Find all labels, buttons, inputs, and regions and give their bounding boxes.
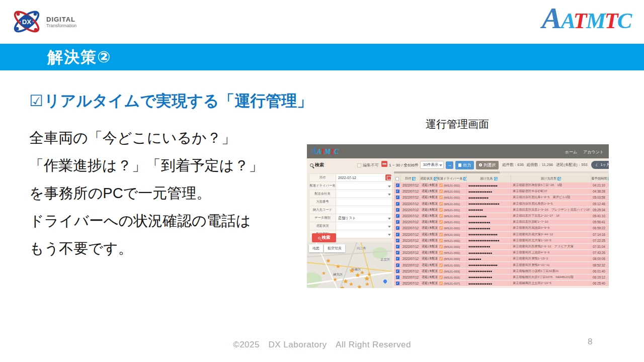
field-input[interactable]: 2022-07-12 — [336, 174, 392, 182]
next-page-button[interactable]: → — [446, 161, 453, 169]
row-checkbox[interactable]: ✓ — [396, 226, 399, 230]
edit-lock: 編集不可 — [357, 162, 379, 168]
edit-pencil-icon[interactable] — [439, 263, 443, 267]
table-row[interactable]: ✓2022/07/12遅延(未配達)(MSJ1-001)■■■■■■■■■■■■… — [394, 183, 609, 189]
row-checkbox[interactable]: ✓ — [396, 220, 399, 224]
column-header[interactable]: 日付 — [401, 174, 420, 183]
edit-pencil-icon[interactable] — [439, 190, 443, 193]
table-row[interactable]: ✓2022/07/12遅延(未配達)(MSJ1-007)■■■■■■■■■■■■… — [394, 281, 609, 287]
row-checkbox[interactable]: ✓ — [396, 214, 399, 218]
table-row[interactable]: ✓2022/07/12遅延(未配達)(MSJ1-002)■■■■■■■東京都豊島… — [394, 256, 609, 262]
table-row[interactable]: ✓2022/07/12遅延(未配達)(MSJ1-001)■■■■■■■■■■■■… — [394, 189, 609, 195]
column-search-icon[interactable] — [494, 177, 498, 180]
edit-pencil-icon[interactable] — [439, 276, 443, 279]
cell-destination-name: ■■■■■■■■■■■■■■■■ — [467, 183, 511, 188]
field-input[interactable] — [336, 206, 392, 214]
column-header[interactable]: 届け先住所 — [511, 174, 591, 183]
field-select[interactable] — [336, 190, 392, 198]
row-checkbox[interactable]: ✓ — [396, 282, 399, 285]
row-checkbox[interactable]: ✓ — [396, 276, 399, 279]
edit-pencil-icon[interactable] — [439, 184, 443, 187]
row-checkbox[interactable]: ✓ — [396, 202, 399, 206]
table-row[interactable]: ✓2022/07/12遅延(未配達)(MSJ1-002)■■■■■■■■■■■■… — [394, 225, 609, 231]
atmtc-letter: M — [586, 9, 605, 33]
edit-pencil-icon[interactable] — [439, 202, 443, 206]
table-row[interactable]: ✓2022/07/12遅延(未配達)(MSJ1-003)■■■■■■■■■■■■… — [394, 275, 609, 281]
table-row[interactable]: ✓2022/07/12遅延(未配達)(MSJ1-003)■■■■■■■■■■■■… — [394, 268, 609, 275]
table-row[interactable]: ✓2022/07/12遅延(未配達)(MSJ1-002)■■■■■■■■■■■■… — [394, 262, 609, 268]
field-select[interactable]: 店舗リスト — [336, 214, 392, 222]
search-button[interactable]: 検索 — [312, 233, 336, 242]
page-number: 8 — [588, 337, 592, 347]
field-select[interactable] — [336, 230, 392, 238]
edit-pencil-icon[interactable] — [439, 257, 443, 260]
export-button[interactable]: 出力 — [455, 161, 474, 169]
map-type-button[interactable]: 航空写真 — [324, 244, 345, 252]
row-checkbox[interactable]: ✓ — [396, 263, 399, 267]
row-checkbox[interactable]: ✓ — [396, 233, 399, 236]
row-checkbox[interactable]: ✓ — [396, 251, 399, 254]
table-row[interactable]: ✓2022/07/12遅延(未配達)(MSJ1-002)■■■■■■■■■■■■… — [394, 232, 609, 238]
edit-pencil-icon[interactable] — [439, 282, 443, 285]
table-row[interactable]: ✓2022/07/12遅延(未配達)(MSJ1-001)■■■■■■■■東京都目… — [394, 207, 609, 213]
edit-pencil-icon[interactable] — [439, 251, 443, 254]
column-search-icon[interactable] — [434, 177, 437, 180]
field-input[interactable] — [336, 198, 392, 206]
cell-destination-name: ■■■■■■■ — [467, 256, 511, 261]
field-select[interactable] — [336, 182, 392, 190]
scrollbar-handle[interactable] — [394, 171, 500, 173]
nav-item[interactable]: アカウント — [583, 149, 604, 155]
table-row[interactable]: ✓2022/07/12遅延(未配達)(MSJ1-001)■■■■■■■■■■■■… — [394, 201, 609, 207]
atmtc-letter: A — [311, 145, 317, 156]
column-header[interactable]: 届け先名 — [467, 174, 511, 183]
edit-pencil-icon[interactable] — [439, 208, 443, 212]
nav-item[interactable]: ホーム — [565, 149, 577, 155]
table-row[interactable]: ✓2022/07/12遅延(未配達)(MSJ1-001)■■■■■■■■■■■東… — [394, 195, 609, 201]
month-export-button[interactable]: ☾1ヶ月分出力 — [591, 161, 609, 169]
table-row[interactable]: ✓2022/07/12遅延(未配達)(MSJ1-002)■■■■■■■■■■■■… — [394, 244, 609, 250]
checkbox-icon: ☑ — [29, 92, 43, 110]
edit-pencil-icon[interactable] — [439, 214, 443, 218]
edit-pencil-icon[interactable] — [439, 233, 443, 236]
page-size-select[interactable]: 30件表示 — [420, 161, 444, 169]
stat-label: 遅延(未配達)：553 — [556, 162, 588, 167]
column-search-icon[interactable] — [557, 177, 561, 180]
cell-destination-name: ■■■■■■■■■■ — [467, 213, 511, 219]
edit-pencil-icon[interactable] — [439, 245, 443, 248]
atmtc-letter: A — [561, 9, 574, 33]
field-select[interactable] — [336, 222, 392, 230]
map[interactable]: 地図航空写真 川口市足立区練馬区板橋区★★★★★★★★★★★★★★ — [307, 242, 392, 288]
driver-id: (MSJ1-001) — [444, 214, 460, 218]
column-search-icon[interactable] — [608, 177, 609, 180]
row-checkbox[interactable]: ✓ — [396, 184, 399, 187]
row-checkbox[interactable]: ✓ — [396, 190, 399, 193]
lock-icon[interactable] — [381, 161, 387, 167]
map-type-buttons: 地図航空写真 — [309, 244, 345, 252]
column-header[interactable]: 配達ドライバー名 — [438, 174, 467, 183]
column-header[interactable]: 遅延状況 — [420, 174, 438, 183]
edit-pencil-icon[interactable] — [439, 196, 443, 199]
column-search-icon[interactable] — [412, 177, 416, 180]
table-row[interactable]: ✓2022/07/12遅延(未配達)(MSJ1-002)■■■■■■■■■■■■… — [394, 238, 609, 244]
edit-pencil-icon[interactable] — [439, 239, 443, 242]
row-checkbox[interactable]: ✓ — [396, 196, 399, 199]
edit-pencil-icon[interactable] — [439, 220, 443, 224]
edit-pencil-icon[interactable] — [439, 269, 443, 273]
column-select-button[interactable]: 列選択 — [476, 161, 499, 169]
table-row[interactable]: ✓2022/07/12遅延(未配達)(MSJ1-001)■■■■■■■■■■■■… — [394, 219, 609, 225]
row-checkbox[interactable]: ✓ — [396, 208, 399, 212]
table-row[interactable]: ✓2022/07/12遅延(未配達)(MSJ1-002)■■■■■■■■■■■■… — [394, 250, 609, 256]
calendar-icon[interactable] — [385, 174, 391, 180]
map-type-button[interactable]: 地図 — [309, 244, 323, 252]
edit-pencil-icon[interactable] — [439, 226, 443, 230]
horizontal-scrollbar[interactable] — [394, 171, 609, 173]
table-row[interactable]: ✓2022/07/12遅延(未配達)(MSJ1-001)■■■■■■■■■■東京… — [394, 213, 609, 219]
column-header[interactable]: 到着予想時間 — [591, 174, 609, 183]
row-checkbox[interactable]: ✓ — [396, 239, 399, 242]
title-bar: 解決策② — [0, 44, 644, 70]
row-checkbox[interactable]: ✓ — [396, 269, 399, 273]
edit-lock-checkbox[interactable] — [357, 163, 361, 167]
row-checkbox[interactable]: ✓ — [396, 257, 399, 260]
select-all-checkbox[interactable] — [395, 177, 399, 180]
row-checkbox[interactable]: ✓ — [396, 245, 399, 248]
